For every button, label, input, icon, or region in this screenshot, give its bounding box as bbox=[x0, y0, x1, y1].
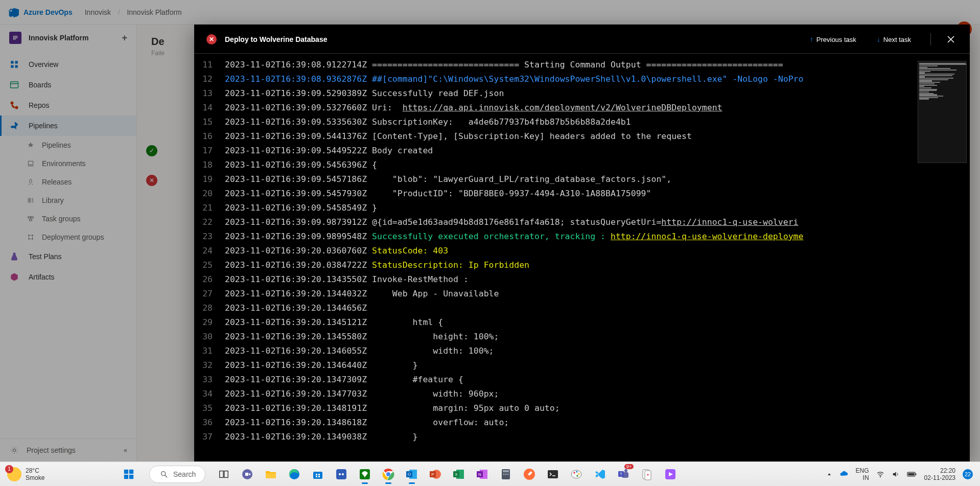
arrow-down-icon: ↓ bbox=[877, 35, 880, 43]
copilot-icon[interactable] bbox=[331, 464, 352, 484]
calculator-icon[interactable] bbox=[496, 464, 516, 484]
weather-alert-badge: 1 bbox=[5, 465, 13, 473]
svg-text:O: O bbox=[408, 472, 411, 477]
log-timestamp: 2023-11-02T16:39:20.1345580Z bbox=[225, 330, 372, 344]
outlook-icon[interactable]: O bbox=[402, 464, 422, 484]
log-panel: ✕ Deploy to Wolverine Database ↑ Previou… bbox=[194, 25, 970, 461]
log-line[interactable]: 282023-11-02T16:39:20.1344656Z bbox=[194, 301, 970, 315]
log-line[interactable]: 222023-11-02T16:39:09.9873912Z @{id=ad5e… bbox=[194, 215, 970, 229]
log-line[interactable]: 202023-11-02T16:39:09.5457930Z "ProductI… bbox=[194, 187, 970, 201]
log-text: ##[command]"C:\Windows\System32\WindowsP… bbox=[372, 72, 803, 86]
taskbar-search[interactable]: Search bbox=[149, 466, 205, 483]
log-link[interactable]: http://innoc1-q-use-wolveri bbox=[661, 215, 798, 229]
log-timestamp: 2023-11-02T16:39:20.0384722Z bbox=[225, 258, 372, 272]
log-line[interactable]: 312023-11-02T16:39:20.1346055Z width: 10… bbox=[194, 344, 970, 358]
log-line[interactable]: 232023-11-02T16:39:09.9899548Z Successfu… bbox=[194, 229, 970, 244]
log-line[interactable]: 322023-11-02T16:39:20.1346440Z } bbox=[194, 358, 970, 373]
weather-text: 28°C Smoke bbox=[26, 467, 44, 481]
log-line[interactable]: 352023-11-02T16:39:20.1348191Z margin: 9… bbox=[194, 401, 970, 415]
terminal-icon[interactable] bbox=[543, 464, 563, 484]
onenote-icon[interactable]: N bbox=[472, 464, 493, 484]
paint-icon[interactable] bbox=[566, 464, 587, 484]
log-text: height: 100%; bbox=[372, 330, 499, 344]
log-text: Successfully read DEF.json bbox=[372, 86, 504, 101]
log-timestamp: 2023-11-02T16:39:09.5457930Z bbox=[225, 187, 372, 201]
svg-rect-25 bbox=[313, 472, 322, 479]
postman-icon[interactable] bbox=[519, 464, 540, 484]
log-line[interactable]: 192023-11-02T16:39:09.5457186Z "blob": "… bbox=[194, 172, 970, 187]
log-timestamp: 2023-11-02T16:39:09.5290389Z bbox=[225, 86, 372, 101]
line-number: 27 bbox=[194, 287, 225, 301]
log-line[interactable]: 242023-11-02T16:39:20.0360760Z StatusCod… bbox=[194, 244, 970, 258]
powerpoint-icon[interactable]: P bbox=[425, 464, 446, 484]
line-number: 20 bbox=[194, 187, 225, 201]
svg-text:P: P bbox=[431, 472, 434, 477]
log-timestamp: 2023-11-02T16:39:09.5335630Z bbox=[225, 115, 372, 129]
line-number: 26 bbox=[194, 272, 225, 287]
language-indicator[interactable]: ENG IN bbox=[856, 467, 869, 481]
svg-point-50 bbox=[503, 473, 505, 475]
log-text: #feature { bbox=[372, 373, 463, 387]
log-line[interactable]: 212023-11-02T16:39:09.5458549Z } bbox=[194, 201, 970, 215]
log-link[interactable]: http://innoc1-q-use-wolverine-deployme bbox=[611, 229, 804, 244]
log-line[interactable]: 252023-11-02T16:39:20.0384722Z StatusDes… bbox=[194, 258, 970, 272]
tray-chevron-icon[interactable] bbox=[826, 471, 832, 477]
volume-icon[interactable] bbox=[892, 470, 900, 478]
store-icon[interactable] bbox=[308, 464, 328, 484]
log-timestamp: 2023-11-02T16:39:20.1347309Z bbox=[225, 373, 372, 387]
log-timestamp: 2023-11-02T16:39:20.0360760Z bbox=[225, 244, 372, 258]
log-link[interactable]: https://qa.api.innovisk.com/deployment/v… bbox=[403, 101, 722, 115]
log-line[interactable]: 292023-11-02T16:39:20.1345121Z html { bbox=[194, 315, 970, 330]
onedrive-icon[interactable] bbox=[839, 470, 849, 479]
log-line[interactable]: 132023-11-02T16:39:09.5290389Z Successfu… bbox=[194, 86, 970, 101]
battery-icon[interactable] bbox=[907, 471, 917, 478]
svg-rect-22 bbox=[224, 471, 228, 477]
log-minimap[interactable] bbox=[918, 61, 967, 163]
start-button[interactable] bbox=[119, 464, 139, 484]
xbox-icon[interactable] bbox=[355, 464, 375, 484]
log-text: width: 960px; bbox=[372, 387, 499, 401]
chrome-icon[interactable] bbox=[378, 464, 399, 484]
log-line[interactable]: 182023-11-02T16:39:09.5456396Z { bbox=[194, 158, 970, 172]
wifi-icon[interactable] bbox=[876, 470, 884, 478]
log-timestamp: 2023-11-02T16:39:20.1348191Z bbox=[225, 401, 372, 415]
notification-badge[interactable]: 22 bbox=[963, 469, 973, 479]
excel-icon[interactable]: X bbox=[449, 464, 469, 484]
previous-task-button[interactable]: ↑ Previous task bbox=[804, 33, 862, 45]
solitaire-icon[interactable] bbox=[637, 464, 657, 484]
file-explorer-icon[interactable] bbox=[261, 464, 281, 484]
log-timestamp: 2023-11-02T16:39:09.5449522Z bbox=[225, 144, 372, 158]
log-line[interactable]: 262023-11-02T16:39:20.1343550Z Invoke-Re… bbox=[194, 272, 970, 287]
edge-icon[interactable] bbox=[284, 464, 305, 484]
line-number: 36 bbox=[194, 415, 225, 430]
teams-icon[interactable]: T9+ bbox=[613, 464, 634, 484]
line-number: 22 bbox=[194, 215, 225, 229]
log-line[interactable]: 142023-11-02T16:39:09.5327660Z Uri: http… bbox=[194, 101, 970, 115]
svg-point-61 bbox=[624, 469, 627, 472]
svg-rect-17 bbox=[124, 474, 128, 478]
log-line[interactable]: 162023-11-02T16:39:09.5441376Z [Content-… bbox=[194, 129, 970, 144]
task-view-icon[interactable] bbox=[214, 464, 234, 484]
log-line[interactable]: 302023-11-02T16:39:20.1345580Z height: 1… bbox=[194, 330, 970, 344]
log-text: SubscriptionKey: a4de6b77937b4fbb87b5b6b… bbox=[372, 115, 631, 129]
log-timestamp: 2023-11-02T16:39:08.9122714Z bbox=[225, 58, 372, 72]
log-line[interactable]: 332023-11-02T16:39:20.1347309Z #feature … bbox=[194, 373, 970, 387]
log-line[interactable]: 152023-11-02T16:39:09.5335630Z Subscript… bbox=[194, 115, 970, 129]
vscode-icon[interactable] bbox=[590, 464, 610, 484]
log-line[interactable]: 172023-11-02T16:39:09.5449522Z Body crea… bbox=[194, 144, 970, 158]
log-line[interactable]: 112023-11-02T16:39:08.9122714Z =========… bbox=[194, 58, 970, 72]
clipchamp-icon[interactable] bbox=[660, 464, 681, 484]
log-line[interactable]: 272023-11-02T16:39:20.1344032Z Web App -… bbox=[194, 287, 970, 301]
log-body[interactable]: 112023-11-02T16:39:08.9122714Z =========… bbox=[194, 54, 970, 461]
weather-temp: 28°C bbox=[26, 467, 44, 474]
teams-camera-icon[interactable] bbox=[237, 464, 258, 484]
clock[interactable]: 22:20 02-11-2023 bbox=[924, 467, 955, 481]
next-task-button[interactable]: ↓ Next task bbox=[871, 33, 917, 45]
weather-widget[interactable]: 1 28°C Smoke bbox=[7, 467, 109, 481]
log-line[interactable]: 372023-11-02T16:39:20.1349038Z } bbox=[194, 430, 970, 444]
log-line[interactable]: 342023-11-02T16:39:20.1347703Z width: 96… bbox=[194, 387, 970, 401]
line-number: 25 bbox=[194, 258, 225, 272]
log-line[interactable]: 362023-11-02T16:39:20.1348618Z overflow:… bbox=[194, 415, 970, 430]
close-panel-button[interactable] bbox=[944, 33, 958, 46]
log-line[interactable]: 122023-11-02T16:39:08.9362876Z ##[comman… bbox=[194, 72, 970, 86]
